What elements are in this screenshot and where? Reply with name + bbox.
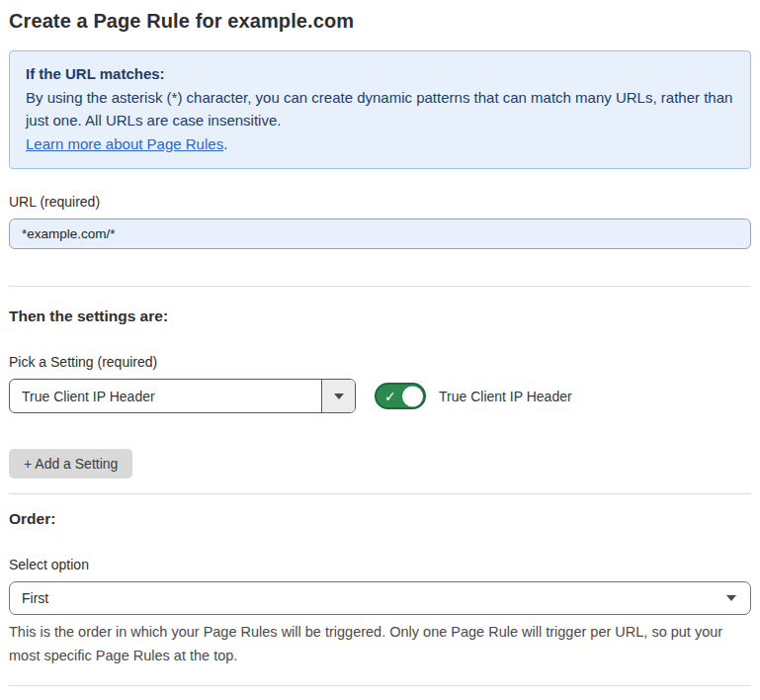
section-divider	[9, 493, 751, 494]
chevron-down-icon	[726, 595, 736, 601]
link-suffix: .	[223, 135, 227, 152]
section-divider	[9, 286, 751, 287]
info-box-heading: If the URL matches:	[26, 62, 734, 86]
info-box-link-line: Learn more about Page Rules.	[26, 132, 734, 156]
footer-divider	[9, 685, 751, 686]
setting-select-value: True Client IP Header	[10, 380, 321, 412]
learn-more-link[interactable]: Learn more about Page Rules	[26, 135, 223, 152]
setting-select[interactable]: True Client IP Header	[9, 379, 356, 413]
order-section-heading: Order:	[9, 510, 751, 528]
settings-section-heading: Then the settings are:	[9, 307, 751, 325]
check-icon: ✓	[384, 389, 396, 402]
info-box-body: By using the asterisk (*) character, you…	[26, 86, 734, 132]
url-field-label: URL (required)	[9, 194, 751, 210]
page-title: Create a Page Rule for example.com	[9, 7, 751, 35]
toggle-wrap: ✓ True Client IP Header	[375, 383, 572, 409]
add-setting-button[interactable]: + Add a Setting	[9, 449, 132, 479]
order-select[interactable]: First	[9, 581, 751, 615]
chevron-down-icon	[334, 394, 344, 399]
toggle-label: True Client IP Header	[439, 389, 572, 404]
order-select-value: First	[22, 590, 726, 606]
setting-select-arrow-segment[interactable]	[321, 380, 355, 412]
pick-setting-label: Pick a Setting (required)	[9, 354, 751, 370]
order-select-label: Select option	[9, 557, 751, 572]
toggle-knob	[402, 386, 423, 406]
page-rule-form: Create a Page Rule for example.com If th…	[0, 0, 760, 700]
setting-row: True Client IP Header ✓ True Client IP H…	[9, 379, 751, 413]
url-input[interactable]	[9, 219, 751, 249]
url-match-info-box: If the URL matches: By using the asteris…	[9, 50, 751, 169]
order-help-text: This is the order in which your Page Rul…	[9, 621, 751, 667]
true-client-ip-toggle[interactable]: ✓	[375, 383, 426, 409]
